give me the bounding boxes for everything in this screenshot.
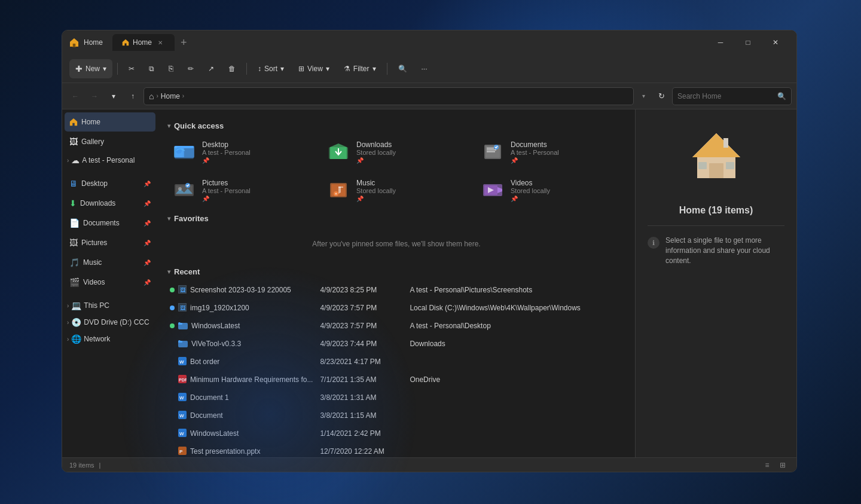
qa-pictures[interactable]: Pictures A test - Personal 📌: [167, 173, 317, 207]
minimize-button[interactable]: ─: [707, 33, 734, 52]
qa-videos[interactable]: Videos Stored locally 📌: [476, 173, 625, 207]
svg-rect-47: [178, 447, 187, 455]
file-explorer-window: Home Home ✕ + ─ □ ✕ ✚ New ▾: [62, 30, 797, 472]
grid-view-toggle[interactable]: ⊞: [776, 460, 789, 471]
copy-icon: ⧉: [149, 65, 154, 73]
new-button[interactable]: ✚ New ▾: [69, 59, 112, 78]
sidebar-atest-expand[interactable]: › ☁ A test - Personal: [62, 152, 158, 169]
new-arrow-icon: ▾: [103, 65, 106, 73]
recent-file-name: ViVeTool-v0.3.3: [167, 335, 316, 353]
copy-button[interactable]: ⧉: [143, 59, 160, 78]
new-label: New: [86, 65, 100, 73]
music-icon: 🎵: [69, 258, 80, 267]
svg-text:P: P: [179, 449, 183, 454]
share-button[interactable]: ↗: [202, 59, 220, 78]
close-button[interactable]: ✕: [762, 33, 789, 52]
paste-button[interactable]: ⎘: [163, 59, 179, 78]
recent-row[interactable]: W WindowsLatest 1/14/2021 2:42 PM: [167, 424, 625, 442]
qa-videos-info: Videos Stored locally 📌: [511, 179, 550, 202]
sidebar-item-pictures[interactable]: 🖼 Pictures 📌: [65, 233, 155, 252]
more-button[interactable]: ···: [416, 59, 433, 78]
file-name-text: WindowsLatest: [190, 429, 239, 438]
recent-row[interactable]: ViVeTool-v0.3.3 4/9/2023 7:44 PM Downloa…: [167, 335, 625, 353]
cut-icon: ✂: [129, 65, 135, 73]
expand-button[interactable]: ▾: [105, 88, 122, 105]
file-type-icon: [178, 339, 188, 349]
svg-point-22: [335, 193, 337, 195]
details-button[interactable]: 🔍: [392, 59, 413, 78]
sidebar-this-pc-label: This PC: [84, 301, 109, 310]
sidebar-item-home[interactable]: Home: [65, 112, 155, 132]
svg-rect-45: [178, 429, 187, 437]
quick-access-header: ▾ Quick access: [167, 121, 625, 130]
view-button[interactable]: ⊞ View ▾: [292, 59, 335, 78]
sidebar-divider-1: [62, 169, 158, 173]
svg-rect-31: [178, 303, 187, 311]
favorites-title: Favorites: [174, 214, 209, 223]
file-type-icon: W: [178, 393, 187, 403]
qa-music-info: Music Stored locally 📌: [356, 179, 396, 202]
recent-file-date: 3/8/2021 1:31 AM: [316, 389, 406, 407]
sidebar-item-music[interactable]: 🎵 Music 📌: [65, 253, 155, 272]
sidebar-this-pc-expand[interactable]: › 💻 This PC: [62, 297, 158, 314]
sidebar-item-desktop[interactable]: 🖥 Desktop 📌: [65, 174, 155, 193]
list-view-toggle[interactable]: ≡: [761, 460, 774, 471]
home-tab[interactable]: Home ✕: [112, 34, 175, 51]
recent-row[interactable]: W Bot order 8/23/2021 4:17 PM: [167, 353, 625, 371]
recent-file-location: OneDrive: [406, 371, 625, 389]
qa-desktop-name: Desktop: [202, 140, 251, 149]
breadcrumb[interactable]: ⌂ › Home ›: [144, 87, 634, 105]
title-bar: Home Home ✕ + ─ □ ✕: [62, 30, 796, 54]
status-count: 19 items: [69, 462, 94, 469]
recent-row[interactable]: W Document 3/8/2021 1:15 AM: [167, 407, 625, 424]
forward-button[interactable]: →: [86, 88, 103, 105]
sidebar-item-downloads[interactable]: ⬇ Downloads 📌: [65, 194, 155, 213]
tab-add-button[interactable]: +: [177, 36, 191, 49]
filter-button[interactable]: ⚗ Filter ▾: [338, 59, 382, 78]
chevron-down-button[interactable]: ▾: [636, 88, 651, 105]
sidebar-network-label: Network: [84, 335, 110, 343]
search-box[interactable]: 🔍: [672, 87, 792, 105]
svg-rect-12: [487, 149, 496, 151]
recent-row[interactable]: PDF Minimum Hardware Requirements fo... …: [167, 371, 625, 389]
recent-row[interactable]: W Document 1 3/8/2021 1:31 AM: [167, 389, 625, 407]
rename-button[interactable]: ✏: [182, 59, 200, 78]
refresh-button[interactable]: ↻: [653, 88, 670, 105]
recent-row[interactable]: P Test presentation.pptx 12/7/2020 12:22…: [167, 442, 625, 457]
qa-music-pin: 📌: [356, 196, 396, 202]
tab-close-icon[interactable]: ✕: [155, 38, 165, 47]
up-button[interactable]: ↑: [124, 88, 141, 105]
recent-row[interactable]: 🖼 Screenshot 2023-03-19 220005 4/9/2023 …: [167, 281, 625, 299]
status-dot: [170, 449, 175, 454]
breadcrumb-separator-2: ›: [182, 93, 184, 99]
home-illustration: [680, 121, 752, 193]
recent-file-name: 🖼 img19_1920x1200: [167, 299, 316, 317]
quick-access-title: Quick access: [174, 121, 224, 130]
sidebar-item-videos[interactable]: 🎬 Videos 📌: [65, 273, 155, 292]
qa-documents[interactable]: Documents A test - Personal 📌: [476, 135, 625, 169]
maximize-button[interactable]: □: [734, 33, 762, 52]
status-bar: 19 items | ≡ ⊞: [62, 457, 796, 472]
qa-music[interactable]: Music Stored locally 📌: [322, 173, 471, 207]
sidebar-item-gallery[interactable]: 🖼 Gallery: [65, 132, 155, 151]
qa-desktop[interactable]: Desktop A test - Personal 📌: [167, 135, 317, 169]
qa-downloads[interactable]: Downloads Stored locally 📌: [322, 135, 471, 169]
search-input[interactable]: [677, 92, 775, 100]
svg-rect-13: [487, 151, 495, 152]
sort-button[interactable]: ↕ Sort ▾: [252, 59, 290, 78]
share-icon: ↗: [208, 65, 214, 73]
recent-row[interactable]: WindowsLatest 4/9/2023 7:57 PM A test - …: [167, 317, 625, 335]
sidebar-dvd-expand[interactable]: › 💿 DVD Drive (D:) CCC: [62, 314, 158, 331]
sidebar-item-documents[interactable]: 📄 Documents 📌: [65, 213, 155, 233]
file-type-icon: 🖼: [178, 285, 187, 295]
cut-button[interactable]: ✂: [123, 59, 141, 78]
status-dot: [170, 341, 175, 346]
delete-button[interactable]: 🗑: [222, 59, 242, 78]
status-dot: [170, 323, 175, 328]
back-button[interactable]: ←: [67, 88, 84, 105]
recent-row[interactable]: 🖼 img19_1920x1200 4/9/2023 7:57 PM Local…: [167, 299, 625, 317]
recent-file-name: P Test presentation.pptx: [167, 442, 316, 457]
sidebar-network-expand[interactable]: › 🌐 Network: [62, 331, 158, 347]
sidebar-documents-label: Documents: [83, 219, 140, 227]
sidebar-music-label: Music: [83, 258, 140, 267]
